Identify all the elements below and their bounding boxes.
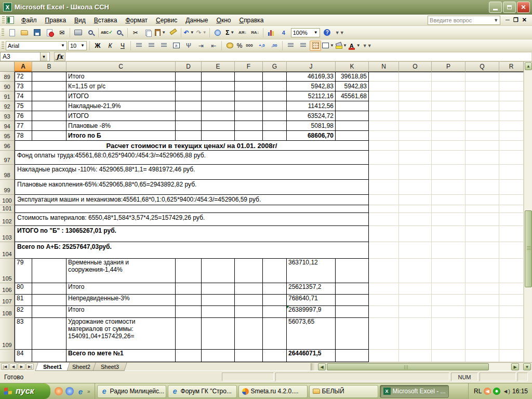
cell-Q98[interactable] <box>466 165 499 180</box>
zoom-select[interactable]: 100%▼ <box>291 28 320 37</box>
drawing-button[interactable]: 4 <box>278 28 289 38</box>
cell-J109[interactable]: 56073,65 <box>287 318 336 350</box>
cell-O97[interactable] <box>399 151 432 165</box>
cell-R106[interactable] <box>499 283 524 295</box>
cell-Q93[interactable] <box>466 111 499 121</box>
align-right-button[interactable] <box>158 41 169 51</box>
formula-input[interactable] <box>65 52 532 61</box>
cell-K105[interactable] <box>336 259 369 283</box>
cell-K92[interactable] <box>336 101 369 111</box>
cell-J105[interactable]: 363710,12 <box>287 259 336 283</box>
column-header-Q[interactable]: Q <box>466 62 499 72</box>
cell-merged-97[interactable]: Фонд оплаты труда:45561,68:0,625*9400:/4… <box>15 151 369 165</box>
cell-J94[interactable]: 5081,98 <box>287 121 336 131</box>
cell-F95[interactable] <box>235 131 263 141</box>
row-header-109[interactable]: 109 <box>0 318 15 350</box>
cell-R89[interactable] <box>499 72 524 82</box>
cell-C95[interactable]: Итого по Б <box>66 131 176 141</box>
cell-N101[interactable] <box>369 205 399 213</box>
cell-C94[interactable]: Плановые -8% <box>66 121 176 131</box>
restore-button[interactable] <box>503 2 516 13</box>
cell-E105[interactable] <box>202 259 235 283</box>
scroll-up-arrow[interactable]: ▲ <box>525 62 532 70</box>
cell-Q89[interactable] <box>466 72 499 82</box>
cell-B94[interactable] <box>32 121 66 131</box>
cell-N99[interactable] <box>369 180 399 195</box>
cell-merged-103[interactable]: ИТОГО по "Б" : 13065267,01 руб. <box>15 226 369 242</box>
cell-O103[interactable] <box>399 226 432 242</box>
cell-merged-102[interactable]: Стоимость материалов: 6550,48*1,584*3,57… <box>15 213 369 226</box>
cell-merged-104[interactable]: Всего по А+Б: 25257647,03руб. <box>15 242 369 259</box>
cell-O106[interactable] <box>399 283 432 295</box>
merge-center-button[interactable]: а <box>170 41 182 51</box>
column-header-R[interactable]: R <box>499 62 524 72</box>
cell-J92[interactable]: 11412,56 <box>287 101 336 111</box>
cell-O100[interactable] <box>399 195 432 205</box>
vertical-scroll-thumb[interactable] <box>525 210 532 287</box>
row-header-94[interactable]: 94 <box>0 121 15 131</box>
hyperlink-button[interactable] <box>212 28 223 38</box>
doc-restore-button[interactable]: ❐ <box>513 17 518 23</box>
cell-E92[interactable] <box>202 101 235 111</box>
decrease-indent-button[interactable] <box>285 41 296 51</box>
cell-Q97[interactable] <box>466 151 499 165</box>
cell-Q108[interactable] <box>466 306 499 318</box>
cell-Q105[interactable] <box>466 259 499 283</box>
toolbar-grip[interactable] <box>2 16 5 24</box>
cell-N91[interactable] <box>369 91 399 101</box>
help-button[interactable]: ? <box>322 28 333 38</box>
borders-dropdown-button[interactable]: ▼ <box>322 41 334 51</box>
cell-D89[interactable] <box>176 72 202 82</box>
copy-button[interactable] <box>142 28 154 38</box>
chart-wizard-button[interactable] <box>265 28 277 38</box>
cell-J95[interactable]: 68606,70 <box>287 131 336 141</box>
menu-0[interactable]: Файл <box>17 15 41 25</box>
cell-P98[interactable] <box>432 165 466 180</box>
row-header-100[interactable]: 100 <box>0 195 15 205</box>
cell-F93[interactable] <box>235 111 263 121</box>
toolbar-options-chevron[interactable]: ▼▼ <box>334 30 346 35</box>
cell-C92[interactable]: Накладные-21,9% <box>66 101 176 111</box>
row-header-98[interactable]: 98 <box>0 165 15 180</box>
scroll-right-arrow[interactable]: ▶ <box>511 363 519 370</box>
cell-R[interactable] <box>499 350 524 362</box>
cell-C89[interactable]: Итого <box>66 72 176 82</box>
column-header-F[interactable]: F <box>235 62 263 72</box>
cell-N103[interactable] <box>369 226 399 242</box>
cell-Q94[interactable] <box>466 121 499 131</box>
row-header-107[interactable]: 107 <box>0 295 15 306</box>
borders-button[interactable] <box>310 41 321 51</box>
cell-O102[interactable] <box>399 213 432 226</box>
cell-J91[interactable]: 52112,16 <box>287 91 336 101</box>
cell-P95[interactable] <box>432 131 466 141</box>
cell-N107[interactable] <box>369 295 399 306</box>
cell-P103[interactable] <box>432 226 466 242</box>
cell-O93[interactable] <box>399 111 432 121</box>
font-size-select[interactable]: 10▼ <box>68 41 87 50</box>
cell-F108[interactable] <box>235 306 263 318</box>
font-name-select[interactable]: Arial▼ <box>6 41 67 50</box>
sheet-tab-sheet1[interactable]: Sheet1 <box>35 363 70 371</box>
cell-G107[interactable] <box>263 295 287 306</box>
cell-G106[interactable] <box>263 283 287 295</box>
menu-2[interactable]: Вид <box>70 15 90 25</box>
row-header-97[interactable]: 97 <box>0 151 15 165</box>
cell-R94[interactable] <box>499 121 524 131</box>
cell-N98[interactable] <box>369 165 399 180</box>
cell-F94[interactable] <box>235 121 263 131</box>
cell-A91[interactable]: 74 <box>15 91 32 101</box>
cell-A108[interactable]: 82 <box>15 306 32 318</box>
cell-N90[interactable] <box>369 82 399 91</box>
column-header-D[interactable]: D <box>176 62 202 72</box>
spelling-button[interactable]: ABC✓ <box>101 28 113 38</box>
row-header-95[interactable]: 95 <box>0 131 15 141</box>
row-header-103[interactable]: 103 <box>0 226 15 242</box>
cell-G92[interactable] <box>263 101 287 111</box>
column-header-J[interactable]: J <box>287 62 336 72</box>
cell-R99[interactable] <box>499 180 524 195</box>
cell-P104[interactable] <box>432 242 466 259</box>
menu-6[interactable]: Данные <box>181 15 212 25</box>
cell-R91[interactable] <box>499 91 524 101</box>
cell-D106[interactable] <box>176 283 202 295</box>
quick-launch-icon[interactable] <box>55 387 63 395</box>
